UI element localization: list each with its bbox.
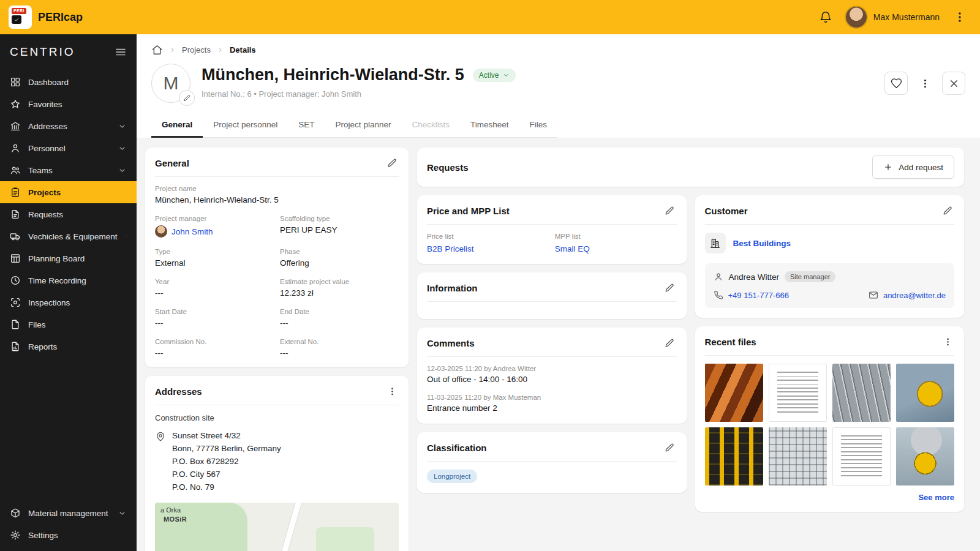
chevron-down-icon (118, 122, 127, 131)
price-list-link[interactable]: B2B Pricelist (427, 244, 474, 253)
page-title: München, Heinrich-Wieland-Str. 5 (202, 66, 464, 84)
edit-avatar-button[interactable] (179, 90, 195, 106)
customer-title: Customer (705, 206, 748, 216)
user-menu[interactable]: Max Mustermann (846, 7, 940, 28)
classification-tag[interactable]: Longproject (427, 470, 477, 483)
see-more-link[interactable]: See more (705, 493, 955, 502)
addresses-title: Addresses (155, 386, 202, 397)
tab-project-planner[interactable]: Project planner (325, 113, 402, 138)
kebab-icon (943, 337, 953, 347)
sidebar-item-favorites[interactable]: Favorites (0, 93, 137, 115)
requests-title: Requests (427, 162, 469, 173)
tab-checklists[interactable]: Checklists (401, 113, 460, 138)
tab-general[interactable]: General (151, 113, 203, 138)
tab-project-personnel[interactable]: Project personnel (203, 113, 288, 138)
mail-icon (869, 290, 878, 300)
map-road (271, 503, 303, 551)
thumb-scaffolding-photo-1[interactable] (832, 364, 891, 422)
thumb-document-page-1[interactable] (769, 364, 827, 422)
map-label: a Orka (160, 506, 181, 514)
email-link[interactable]: andrea@witter.de (883, 291, 946, 300)
pencil-icon (943, 206, 953, 216)
mpp-list-link[interactable]: Small EQ (555, 244, 590, 253)
field-project-name: Project name München, Heinrich-Wieland-S… (155, 185, 399, 204)
sidebar-bottom: Material managementSettings (0, 502, 137, 551)
chevron-down-icon (118, 166, 127, 175)
addresses-icon (10, 121, 21, 132)
field-phase: PhaseOffering (280, 248, 399, 268)
sidebar-item-label: Teams (28, 166, 53, 175)
breadcrumb-projects[interactable]: Projects (182, 45, 211, 54)
contact-panel: Andrea Witter Site manager +49 151-777-6… (705, 263, 955, 308)
comments-list: 12-03-2025 11:20 by Andrea WitterOut of … (427, 365, 677, 413)
address-line: Sunset Street 4/32 (172, 430, 281, 443)
field-external-no: External No.--- (280, 338, 399, 358)
address-lines: Sunset Street 4/32Bonn, 77778 Berlin, Ge… (172, 430, 281, 494)
sidebar-nav: DashboardFavoritesAddressesPersonnelTeam… (0, 66, 137, 502)
edit-comments-button[interactable] (663, 336, 677, 350)
sidebar-item-dashboard[interactable]: Dashboard (0, 71, 137, 93)
tab-set[interactable]: SET (288, 113, 325, 138)
status-badge[interactable]: Active (473, 69, 516, 82)
sidebar-item-time-recording[interactable]: Time Recording (0, 269, 137, 291)
sidebar-item-label: Vechicles & Equipement (28, 232, 118, 241)
sidebar-item-addresses[interactable]: Addresses (0, 115, 137, 137)
sidebar-item-label: Projects (28, 188, 61, 197)
sidebar-item-settings[interactable]: Settings (0, 524, 137, 546)
sidebar-item-inspections[interactable]: Inspections (0, 291, 137, 313)
sidebar-item-reports[interactable]: Reports (0, 335, 137, 358)
notifications-bell-icon[interactable] (819, 10, 832, 24)
add-request-button[interactable]: Add request (872, 156, 954, 179)
project-manager-link[interactable]: John Smith (172, 227, 213, 236)
sidebar-item-label: Material management (28, 509, 108, 518)
sidebar-item-vehicles-equipment[interactable]: Vechicles & Equipement (0, 225, 137, 247)
price-mpp-card: Price and MPP List Price list B2B Pricel… (417, 195, 687, 264)
edit-price-mpp-button[interactable] (663, 204, 677, 217)
classification-tags: Longproject (427, 470, 677, 483)
tab-files[interactable]: Files (519, 113, 557, 138)
thumb-scaffolding-yellow-photo[interactable] (705, 427, 763, 485)
comment-meta: 12-03-2025 11:20 by Andrea Witter (427, 365, 677, 372)
sidebar-item-projects[interactable]: Projects (0, 181, 137, 203)
thumb-document-page-2[interactable] (832, 427, 891, 485)
thumb-roof-truss-photo[interactable] (705, 364, 763, 422)
user-name: Max Mustermann (873, 12, 940, 22)
edit-general-button[interactable] (385, 156, 399, 170)
phone-link[interactable]: +49 151-777-666 (728, 291, 789, 300)
favorite-button[interactable] (884, 72, 908, 95)
user-avatar[interactable] (846, 7, 867, 28)
sidebar-item-material-management[interactable]: Material management (0, 502, 137, 524)
sidebar-item-files[interactable]: Files (0, 313, 137, 335)
customer-company-link[interactable]: Best Buildings (733, 239, 791, 248)
sidebar-item-teams[interactable]: Teams (0, 159, 137, 181)
map-park-area (316, 527, 375, 551)
project-more-button[interactable] (913, 72, 937, 95)
pencil-icon (665, 338, 675, 348)
contact-name: Andrea Witter (729, 272, 780, 282)
address-type-label: Construction site (155, 413, 399, 422)
inspections-icon (10, 297, 21, 308)
pencil-icon (665, 283, 675, 293)
material-management-icon (10, 508, 21, 519)
sidebar-item-planning-board[interactable]: Planning Board (0, 247, 137, 269)
thumb-coupler-photo-1[interactable] (896, 364, 954, 422)
sidebar-item-personnel[interactable]: Personnel (0, 137, 137, 159)
home-icon[interactable] (151, 44, 163, 56)
project-initial: M (164, 73, 179, 94)
addresses-more-button[interactable] (385, 384, 399, 398)
thumb-coupler-photo-2[interactable] (896, 427, 954, 485)
edit-information-button[interactable] (663, 281, 677, 294)
close-button[interactable] (942, 72, 965, 95)
sidebar-item-requests[interactable]: Requests (0, 203, 137, 225)
map-preview[interactable]: a Orka MOSiR (155, 503, 399, 551)
edit-classification-button[interactable] (663, 441, 677, 454)
tab-timesheet[interactable]: Timesheet (460, 113, 519, 138)
edit-customer-button[interactable] (941, 204, 954, 217)
thumb-building-facade-photo[interactable] (769, 427, 827, 485)
menu-toggle-icon[interactable] (115, 46, 127, 58)
classification-title: Classification (427, 443, 487, 453)
recent-files-more-button[interactable] (941, 335, 954, 348)
information-title: Information (427, 283, 478, 293)
reports-icon (10, 341, 21, 352)
topbar-more-icon[interactable] (953, 10, 967, 24)
